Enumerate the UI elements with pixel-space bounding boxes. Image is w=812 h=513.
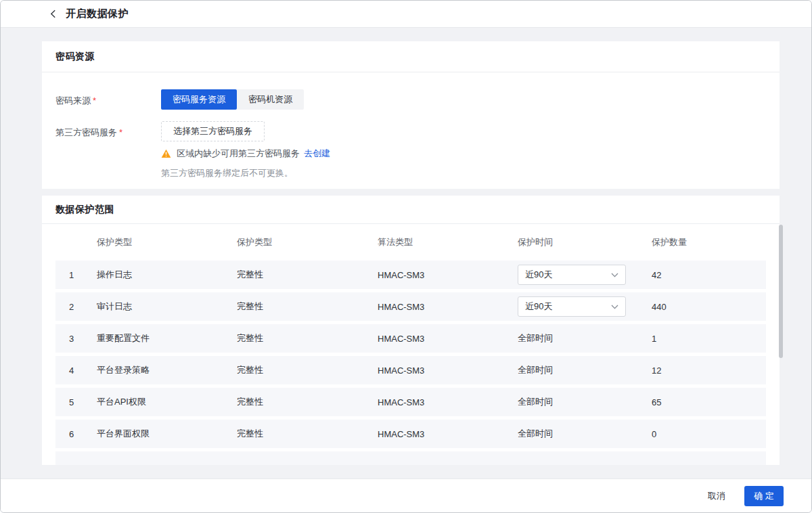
toggle-option-service-resource[interactable]: 密码服务资源 (161, 89, 237, 110)
table-header: 保护类型保护类型算法类型保护时间保护数量 (55, 224, 766, 261)
cell-algorithm: HMAC-SM3 (378, 429, 518, 439)
column-header: 保护数量 (652, 236, 766, 248)
table-row-partial (55, 451, 766, 465)
cell-index: 1 (55, 270, 97, 280)
field-label: 第三方密码服务* (55, 121, 161, 179)
column-header: 保护类型 (97, 236, 237, 248)
vertical-scrollbar-thumb[interactable] (779, 225, 783, 358)
cell-algorithm: HMAC-SM3 (378, 270, 518, 280)
field-label-text: 第三方密码服务 (55, 127, 117, 137)
section-title-protection-scope: 数据保护范围 (42, 196, 780, 224)
toggle-option-machine-resource[interactable]: 密码机资源 (237, 89, 304, 110)
table-body: 1操作日志完整性HMAC-SM3近90天422审计日志完整性HMAC-SM3近9… (55, 261, 766, 448)
cell-protect-object: 平台API权限 (97, 396, 237, 408)
field-label: 密码来源* (55, 89, 161, 110)
go-create-link[interactable]: 去创建 (304, 148, 330, 160)
cell-protect-type: 完整性 (237, 269, 378, 281)
warning-line: 区域内缺少可用第三方密码服务 去创建 (161, 148, 330, 160)
cell-protect-type: 完整性 (237, 364, 378, 376)
chevron-down-icon (611, 305, 618, 309)
page-body: 密码资源 密码来源* 密码服务资源 密码机资源 第三方密码服务* (1, 28, 811, 478)
cell-protect-count: 42 (652, 270, 766, 280)
cell-index: 6 (55, 429, 97, 439)
warning-triangle-icon (161, 149, 171, 158)
cell-protect-time: 全部时间 (518, 364, 652, 376)
cell-protect-object: 平台登录策略 (97, 364, 237, 376)
table-row: 2审计日志完整性HMAC-SM3近90天440 (55, 292, 766, 321)
cell-protect-count: 0 (652, 429, 766, 439)
cell-protect-time: 近90天 (518, 296, 652, 317)
cell-protect-count: 65 (652, 397, 766, 407)
table-row: 3重要配置文件完整性HMAC-SM3全部时间1 (55, 324, 766, 353)
cell-protect-time: 近90天 (518, 265, 652, 285)
cell-protect-time: 全部时间 (518, 428, 652, 440)
cell-protect-object: 重要配置文件 (97, 332, 237, 344)
cell-algorithm: HMAC-SM3 (378, 365, 518, 376)
cell-index: 4 (55, 365, 97, 376)
select-third-party-service-button[interactable]: 选择第三方密码服务 (161, 121, 265, 141)
table-row: 4平台登录策略完整性HMAC-SM3全部时间12 (55, 356, 766, 384)
third-party-control-group: 选择第三方密码服务 区域内缺少可用第三方密码服务 去创建 第三方密码服务绑定后不… (161, 121, 330, 179)
column-header: 保护时间 (518, 236, 652, 248)
field-password-source: 密码来源* 密码服务资源 密码机资源 (55, 89, 766, 110)
cell-protect-object: 操作日志 (97, 269, 237, 281)
cell-algorithm: HMAC-SM3 (378, 334, 518, 344)
protection-table: 保护类型保护类型算法类型保护时间保护数量 1操作日志完整性HMAC-SM3近90… (42, 224, 780, 448)
cell-protect-count: 12 (652, 365, 766, 376)
chevron-left-icon (50, 9, 56, 18)
cell-index: 3 (55, 334, 97, 344)
cell-algorithm: HMAC-SM3 (378, 397, 518, 407)
cancel-button[interactable]: 取消 (708, 490, 725, 502)
section-title-password-resource: 密码资源 (42, 41, 780, 72)
data-protection-window: 开启数据保护 密码资源 密码来源* 密码服务资源 密码机资源 第三方密码服务* (0, 0, 812, 513)
table-row: 6平台界面权限完整性HMAC-SM3全部时间0 (55, 420, 766, 448)
cell-protect-count: 440 (652, 302, 766, 312)
column-header: 算法类型 (378, 236, 518, 248)
field-third-party-service: 第三方密码服务* 选择第三方密码服务 区域内缺少可用第三方密码服务 去创建 第三… (55, 121, 766, 179)
required-asterisk: * (93, 95, 96, 106)
cell-protect-object: 审计日志 (97, 300, 237, 313)
required-asterisk: * (119, 127, 122, 137)
warning-text: 区域内缺少可用第三方密码服务 (177, 148, 300, 160)
cell-index: 5 (55, 397, 97, 407)
select-value: 近90天 (525, 269, 552, 281)
protection-scope-card: 数据保护范围 保护类型保护类型算法类型保护时间保护数量 1操作日志完整性HMAC… (42, 196, 780, 465)
table-row: 5平台API权限完整性HMAC-SM3全部时间65 (55, 388, 766, 416)
cell-algorithm: HMAC-SM3 (378, 302, 518, 312)
cell-protect-time: 全部时间 (518, 332, 652, 344)
top-bar: 开启数据保护 (1, 1, 811, 28)
password-resource-card: 密码资源 密码来源* 密码服务资源 密码机资源 第三方密码服务* (42, 41, 780, 189)
field-label-text: 密码来源 (55, 95, 91, 106)
page-title: 开启数据保护 (66, 7, 129, 20)
confirm-button[interactable]: 确 定 (744, 486, 784, 506)
helper-text: 第三方密码服务绑定后不可更换。 (161, 167, 330, 179)
select-value: 近90天 (525, 300, 552, 313)
cell-protect-type: 完整性 (237, 396, 378, 408)
column-header: 保护类型 (237, 236, 378, 248)
chevron-down-icon (611, 273, 618, 277)
cell-protect-type: 完整性 (237, 300, 378, 313)
protect-time-select[interactable]: 近90天 (518, 265, 626, 285)
cell-protect-count: 1 (652, 334, 766, 344)
table-row: 1操作日志完整性HMAC-SM3近90天42 (55, 261, 766, 289)
cell-protect-type: 完整性 (237, 428, 378, 440)
protect-time-select[interactable]: 近90天 (518, 296, 626, 317)
cell-protect-time: 全部时间 (518, 396, 652, 408)
cell-protect-type: 完整性 (237, 332, 378, 344)
back-button[interactable] (50, 9, 56, 18)
cell-index: 2 (55, 302, 97, 312)
footer-bar: 取消 确 定 (1, 478, 811, 512)
cell-protect-object: 平台界面权限 (97, 428, 237, 440)
password-source-toggle: 密码服务资源 密码机资源 (161, 89, 304, 110)
